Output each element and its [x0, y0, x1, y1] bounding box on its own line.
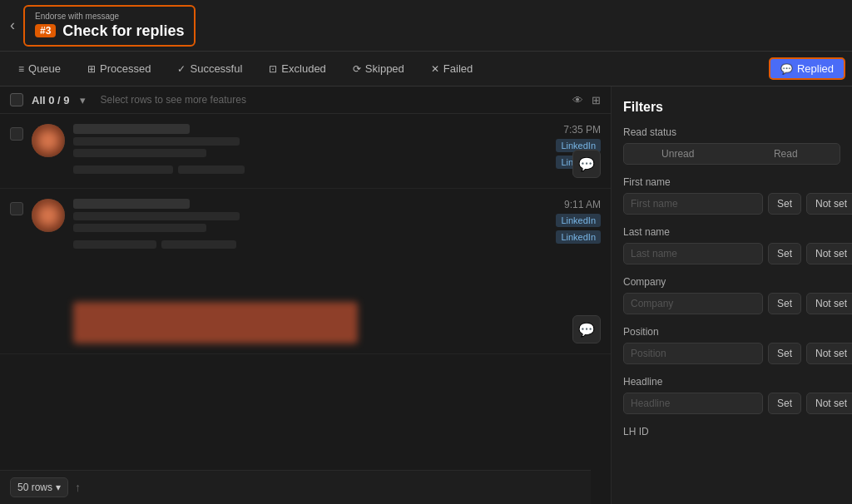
- headline-input[interactable]: [623, 393, 763, 414]
- filter-headline: Headline Set Not set: [623, 376, 840, 414]
- rows-per-page-select[interactable]: 50 rows ▾: [10, 477, 68, 497]
- position-set-btn[interactable]: Set: [768, 343, 801, 364]
- select-all-checkbox[interactable]: [10, 93, 23, 106]
- filter-company-label: Company: [623, 276, 840, 288]
- tab-excluded[interactable]: ⊡ Excluded: [257, 57, 337, 80]
- item-body-2: [73, 199, 547, 343]
- filter-position-row: Set Not set: [623, 343, 840, 364]
- header-subtitle: Endorse with message: [35, 12, 184, 21]
- tab-processed[interactable]: ⊞ Processed: [76, 57, 162, 80]
- back-button[interactable]: ‹: [10, 17, 15, 34]
- header: ‹ Endorse with message #3 Check for repl…: [0, 0, 852, 52]
- upload-icon[interactable]: ↑: [75, 481, 81, 494]
- campaign-badge: #3: [35, 24, 56, 37]
- tab-replied[interactable]: 💬 Replied: [769, 57, 845, 80]
- campaign-title: Check for replies: [62, 22, 184, 40]
- filter-read-status-label: Read status: [623, 126, 840, 138]
- rows-chevron-icon: ▾: [56, 482, 61, 493]
- filter-company-row: Set Not set: [623, 293, 840, 314]
- tab-processed-label: Processed: [100, 62, 151, 75]
- tab-failed-label: Failed: [443, 62, 473, 75]
- tab-queue-label: Queue: [28, 62, 61, 75]
- item-tag-2a: LinkedIn: [556, 214, 601, 227]
- successful-icon: ✓: [177, 63, 186, 75]
- last-name-input[interactable]: [623, 243, 763, 264]
- content-area: All 0 / 9 ▾ Select rows to see more feat…: [0, 86, 611, 504]
- replied-icon: 💬: [780, 63, 793, 75]
- last-name-set-btn[interactable]: Set: [768, 243, 801, 264]
- first-name-set-btn[interactable]: Set: [768, 193, 801, 215]
- grid-icon[interactable]: ⊞: [592, 94, 601, 106]
- item-detail-2a: [73, 212, 240, 220]
- header-title-row: #3 Check for replies: [35, 22, 184, 40]
- item-detail-1b: [73, 149, 206, 157]
- list-item: 7:35 PM LinkedIn LinkedIn 💬: [0, 114, 611, 189]
- filter-last-name: Last name Set Not set: [623, 226, 840, 264]
- item-tag-2b: LinkedIn: [556, 230, 601, 244]
- tab-excluded-label: Excluded: [281, 62, 325, 75]
- first-name-input[interactable]: [623, 193, 763, 215]
- headline-notset-btn[interactable]: Not set: [806, 393, 852, 414]
- tab-successful[interactable]: ✓ Successful: [166, 57, 254, 80]
- position-notset-btn[interactable]: Not set: [806, 343, 852, 364]
- queue-icon: ≡: [18, 63, 24, 75]
- tab-queue[interactable]: ≡ Queue: [7, 57, 72, 80]
- read-status-read-btn[interactable]: Read: [732, 144, 840, 164]
- filter-position-label: Position: [623, 326, 840, 338]
- filter-last-name-row: Set Not set: [623, 243, 840, 264]
- failed-icon: ✕: [431, 63, 439, 75]
- read-status-toggle: Unread Read: [623, 143, 840, 165]
- tab-successful-label: Successful: [190, 62, 242, 75]
- read-status-unread-btn[interactable]: Unread: [624, 144, 732, 164]
- toolbar-icons: 👁 ⊞: [572, 94, 601, 106]
- filter-first-name: First name Set Not set: [623, 176, 840, 215]
- tab-skipped[interactable]: ⟳ Skipped: [341, 57, 416, 80]
- message-icon-btn-2[interactable]: 💬: [572, 315, 601, 343]
- avatar-2: [32, 199, 65, 232]
- message-icon-btn-1[interactable]: 💬: [572, 150, 601, 178]
- skipped-icon: ⟳: [353, 63, 361, 75]
- eye-icon[interactable]: 👁: [572, 94, 583, 106]
- list-footer: 50 rows ▾ ↑: [0, 470, 591, 504]
- excluded-icon: ⊡: [269, 63, 277, 75]
- select-hint: Select rows to see more features: [101, 94, 246, 106]
- filters-panel: Filters Read status Unread Read First na…: [611, 86, 852, 504]
- filter-last-name-label: Last name: [623, 226, 840, 238]
- filter-position: Position Set Not set: [623, 326, 840, 364]
- first-name-notset-btn[interactable]: Not set: [806, 193, 852, 215]
- item-detail-2b: [73, 224, 206, 232]
- list-item: 9:11 AM LinkedIn LinkedIn 💬: [0, 189, 611, 354]
- filter-read-status: Read status Unread Read: [623, 126, 840, 165]
- item-name-1: [73, 124, 190, 134]
- item-name-2: [73, 199, 190, 209]
- campaign-title-box: Endorse with message #3 Check for replie…: [23, 5, 196, 47]
- tab-failed[interactable]: ✕ Failed: [419, 57, 484, 80]
- company-input[interactable]: [623, 293, 763, 314]
- tab-skipped-label: Skipped: [365, 62, 404, 75]
- filter-headline-row: Set Not set: [623, 393, 840, 414]
- avatar-1: [32, 124, 65, 157]
- item-time-1: 7:35 PM: [563, 124, 601, 136]
- chevron-down-icon[interactable]: ▾: [80, 94, 86, 106]
- last-name-notset-btn[interactable]: Not set: [806, 243, 852, 264]
- rows-label: 50 rows: [17, 482, 52, 493]
- tabs-bar: ≡ Queue ⊞ Processed ✓ Successful ⊡ Exclu…: [0, 52, 852, 86]
- company-notset-btn[interactable]: Not set: [806, 293, 852, 314]
- company-set-btn[interactable]: Set: [768, 293, 801, 314]
- position-input[interactable]: [623, 343, 763, 364]
- item-checkbox-1[interactable]: [10, 127, 23, 141]
- filters-title: Filters: [623, 100, 840, 115]
- list-toolbar: All 0 / 9 ▾ Select rows to see more feat…: [0, 86, 611, 114]
- processed-icon: ⊞: [87, 63, 96, 75]
- headline-set-btn[interactable]: Set: [768, 393, 801, 414]
- tab-replied-label: Replied: [797, 62, 834, 75]
- filter-company: Company Set Not set: [623, 276, 840, 314]
- filter-lh-id-label: LH ID: [623, 426, 840, 437]
- filter-first-name-row: Set Not set: [623, 193, 840, 215]
- item-checkbox-2[interactable]: [10, 202, 23, 215]
- main-layout: All 0 / 9 ▾ Select rows to see more feat…: [0, 86, 852, 504]
- filter-lh-id: LH ID: [623, 426, 840, 437]
- row-count: All 0 / 9: [32, 94, 70, 106]
- item-body-1: [73, 124, 547, 178]
- item-detail-1a: [73, 137, 240, 146]
